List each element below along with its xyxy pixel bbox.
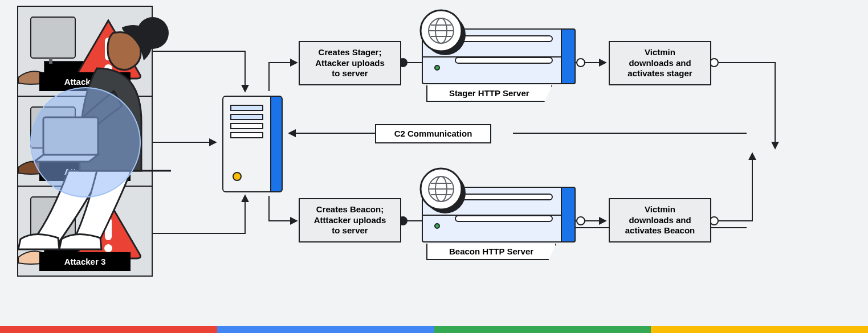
victim-stager-label: Victmin downloads and activates stager bbox=[627, 47, 692, 79]
create-stager-label: Creates Stager; Attacker uploads to serv… bbox=[315, 47, 385, 79]
svg-point-7 bbox=[577, 59, 585, 67]
svg-point-10 bbox=[577, 217, 585, 225]
c2-box: C2 Communication bbox=[375, 124, 491, 143]
stager-server-icon: Stager HTTP Server bbox=[422, 28, 576, 84]
create-beacon-label: Creates Beacon; Atttacker uploads to ser… bbox=[314, 204, 386, 236]
victim-beacon-box: Victmin downloads and activates Beacon bbox=[609, 198, 711, 242]
svg-point-8 bbox=[710, 59, 718, 67]
svg-point-11 bbox=[710, 217, 718, 225]
brand-color-bar bbox=[0, 326, 868, 333]
beacon-server-label: Beacon HTTP Server bbox=[426, 244, 556, 260]
team-server-icon bbox=[222, 96, 283, 192]
attacker-label: Attacker 3 bbox=[39, 252, 131, 271]
beacon-server-icon: Beacon HTTP Server bbox=[422, 187, 576, 242]
create-beacon-box: Creates Beacon; Atttacker uploads to ser… bbox=[299, 198, 401, 242]
svg-point-42 bbox=[31, 88, 140, 197]
stager-server-label: Stager HTTP Server bbox=[426, 85, 552, 102]
victim-beacon-label: Victmin downloads and activates Beacon bbox=[625, 204, 695, 236]
victim-stager-box: Victmin downloads and activates stager bbox=[609, 41, 711, 85]
create-stager-box: Creates Stager; Attacker uploads to serv… bbox=[299, 41, 401, 85]
globe-icon bbox=[418, 8, 467, 57]
c2-label: C2 Communication bbox=[394, 129, 472, 139]
globe-icon bbox=[418, 166, 467, 215]
victim-person-icon bbox=[0, 0, 171, 250]
